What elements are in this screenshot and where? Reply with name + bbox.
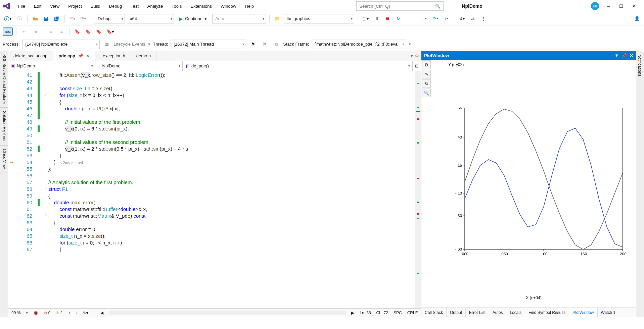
bottom-tab[interactable]: Autos <box>489 308 507 317</box>
left-tab[interactable]: SQL Server Object Explorer <box>0 51 8 108</box>
thread-combo[interactable]: [16372] Main Thread <box>171 40 246 49</box>
plot-annotate-button[interactable]: ✎ <box>422 70 431 78</box>
nav-down-button[interactable]: ↓ <box>76 311 78 315</box>
flag-icon[interactable]: ⚑ <box>249 40 258 49</box>
bottom-tab[interactable]: Watch 1 <box>598 308 619 317</box>
lineending-indicator[interactable]: CRLF <box>407 311 418 315</box>
stop-button[interactable]: ⏹ <box>383 14 392 23</box>
file-tab[interactable]: _exception.h <box>95 51 131 61</box>
nav-member-combo[interactable]: ◧ de_pde() <box>183 61 412 71</box>
warning-count[interactable]: ⚠ 1 <box>56 311 63 315</box>
bottom-tab[interactable]: Error List <box>466 308 489 317</box>
more-button[interactable]: ⋮ <box>479 14 488 23</box>
lifecycle-icon[interactable]: ▦ <box>102 40 111 49</box>
menu-debug[interactable]: Debug <box>105 2 126 11</box>
zoom-level[interactable]: 99 % <box>11 311 20 315</box>
restart-button[interactable]: ↻ <box>394 14 403 23</box>
stackframe-combo[interactable]: `mathwrist::NplDemo::de_pde'::`2'::F0::e… <box>312 40 406 49</box>
bottom-tab[interactable]: Call Stack <box>421 308 447 317</box>
step-out-button[interactable]: ↑• <box>442 14 451 23</box>
open-file-button[interactable] <box>31 14 40 23</box>
menu-edit[interactable]: Edit <box>30 2 45 11</box>
error-count[interactable]: ⊘ 0 <box>44 311 50 315</box>
save-all-button[interactable] <box>52 14 61 23</box>
plot-refresh-button[interactable]: ↻ <box>422 79 431 88</box>
abc-button[interactable]: abc <box>3 28 13 36</box>
tab-overflow-button[interactable]: ▾ <box>411 53 413 58</box>
left-tab[interactable]: Class View <box>0 146 8 172</box>
menu-tools[interactable]: Tools <box>168 2 186 11</box>
arrows-button[interactable]: ⇄ <box>468 14 477 23</box>
browse-button[interactable]: 📁 <box>273 14 282 23</box>
menu-view[interactable]: View <box>46 2 63 11</box>
intellitrace-button[interactable]: ↯▾ <box>458 14 466 23</box>
undo-button[interactable]: ↶▾ <box>68 14 77 23</box>
menu-extensions[interactable]: Extensions <box>186 2 216 11</box>
plot-pin-button[interactable]: 📌 <box>622 53 627 58</box>
hscroll-left[interactable]: ◀ <box>100 311 103 315</box>
step-button[interactable]: ⬚▾ <box>361 14 370 23</box>
user-avatar[interactable]: FD <box>591 2 599 10</box>
file-tab[interactable]: demo.h <box>131 51 156 61</box>
process-combo[interactable]: [14748] NplDemo.exe <box>22 40 100 49</box>
indent-less-button[interactable]: ⇤ <box>20 27 29 36</box>
hscroll-right[interactable]: ▶ <box>351 311 354 315</box>
file-tab[interactable]: delete_scalar.cpp <box>8 51 53 61</box>
flag2-icon[interactable]: ⚑ <box>260 40 269 49</box>
plot-zoom-button[interactable]: 🔍 <box>422 89 431 97</box>
bookmark-clear-button[interactable]: 🔖▾ <box>105 27 116 36</box>
menu-window[interactable]: Window <box>217 2 240 11</box>
comment-button[interactable]: ≡ <box>46 27 55 36</box>
right-tab[interactable]: Notifications <box>636 51 643 79</box>
nav-up-button[interactable]: ↑ <box>68 311 70 315</box>
save-button[interactable] <box>42 14 50 23</box>
menu-analyze[interactable]: Analyze <box>143 2 167 11</box>
bookmark-next-button[interactable]: 🔖 <box>94 27 103 36</box>
close-button[interactable]: ✕ <box>631 3 637 9</box>
file-tab[interactable]: pde.cpp 📌 ✕ <box>53 51 95 61</box>
code-editor[interactable]: ➜ 41424344454647484950515253545556575859… <box>8 71 421 308</box>
nav-back-button[interactable]: ▾ <box>3 14 13 23</box>
bookmark-button[interactable]: 🔖 <box>73 27 82 36</box>
search-box[interactable]: 🔍 <box>356 1 444 11</box>
step-into-button[interactable]: ↓• <box>420 14 429 23</box>
find-scope-combo[interactable]: ltx_graphics <box>284 14 354 23</box>
redo-button[interactable]: ↷▾ <box>79 14 88 23</box>
nav-scope-combo[interactable]: ▣ NplDemo <box>8 61 95 71</box>
threads-icon[interactable]: ⧉ <box>272 40 280 49</box>
plot-settings-button[interactable]: ⚙ <box>422 60 431 69</box>
split-button[interactable]: ⊞ <box>412 61 421 71</box>
linting-icon[interactable]: 🐞 <box>33 311 38 315</box>
plot-dropdown-button[interactable]: ▼ <box>614 53 619 58</box>
step-over-button[interactable]: ↷• <box>431 14 440 23</box>
bottom-tab[interactable]: Find Symbol Results <box>525 308 569 317</box>
scroll-map[interactable] <box>415 71 421 308</box>
tab-settings-button[interactable]: ⚙ <box>415 53 419 58</box>
config-combo[interactable]: Debug <box>95 14 125 23</box>
minimize-button[interactable]: ─ <box>605 3 612 9</box>
bottom-tab[interactable]: Locals <box>506 308 525 317</box>
hscrollbar[interactable] <box>109 311 346 315</box>
auto-combo[interactable]: Auto <box>212 14 266 23</box>
menu-project[interactable]: Project <box>64 2 86 11</box>
menu-build[interactable]: Build <box>87 2 104 11</box>
menu-test[interactable]: Test <box>127 2 143 11</box>
nav-forward-button[interactable] <box>15 14 24 23</box>
menu-help[interactable]: Help <box>241 2 258 11</box>
nav-class-combo[interactable]: ↓ NplDemo <box>95 61 183 71</box>
show-next-button[interactable]: → <box>410 14 418 23</box>
pause-button[interactable]: ⏸ <box>372 14 381 23</box>
indent-more-button[interactable]: ⇥ <box>31 27 39 36</box>
continue-button[interactable]: ▶Continue ▾ <box>176 14 210 23</box>
maximize-button[interactable]: ☐ <box>618 3 625 9</box>
spaces-indicator[interactable]: SPC <box>394 311 402 315</box>
left-tab[interactable]: Solution Explorer <box>0 108 8 145</box>
bookmark-prev-button[interactable]: 🔖 <box>84 27 92 36</box>
bottom-tab[interactable]: Output <box>447 308 466 317</box>
plot-close-button[interactable]: ✕ <box>630 53 633 58</box>
search-input[interactable] <box>359 4 435 9</box>
platform-combo[interactable]: x64 <box>127 14 174 23</box>
uncomment-button[interactable]: ≢ <box>57 27 66 36</box>
bottom-tab[interactable]: PlotWindow <box>569 308 597 317</box>
live-share-button[interactable]: 👤 <box>633 14 641 23</box>
